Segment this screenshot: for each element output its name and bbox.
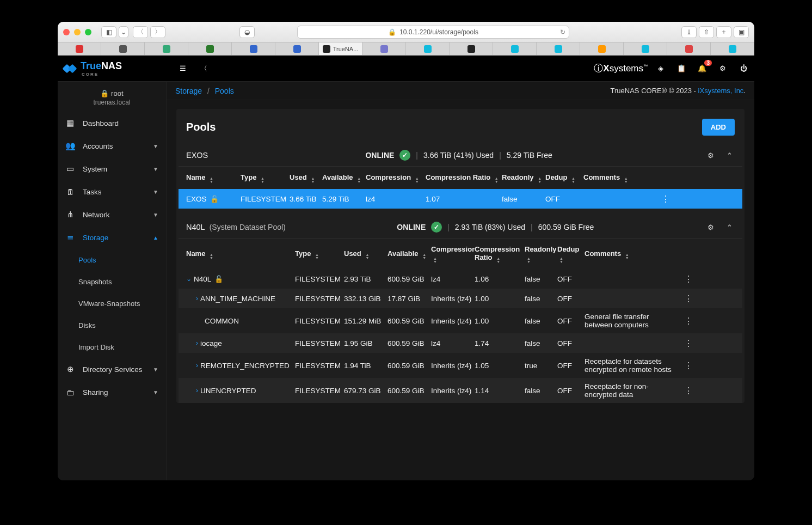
browser-tab[interactable]: [58, 42, 101, 55]
column-header[interactable]: Dedup ▲▼: [545, 173, 583, 184]
column-header[interactable]: Used ▲▼: [344, 249, 387, 260]
back-button[interactable]: 〈: [133, 26, 148, 38]
table-row[interactable]: ›UNENCRYPTEDFILESYSTEM679.73 GiB600.59 G…: [179, 378, 742, 403]
column-header[interactable]: Compression ▲▼: [366, 173, 426, 184]
browser-tab[interactable]: [580, 42, 624, 55]
column-header[interactable]: Comments ▲▼: [583, 173, 654, 184]
column-header[interactable]: Type ▲▼: [295, 249, 344, 260]
power-icon[interactable]: ⏻: [738, 63, 749, 74]
forward-button[interactable]: 〉: [150, 26, 165, 38]
breadcrumb-pools[interactable]: Pools: [215, 87, 234, 95]
chevron-right-icon[interactable]: ›: [196, 387, 198, 394]
column-header[interactable]: Comments ▲▼: [585, 249, 677, 260]
column-header[interactable]: Available ▲▼: [322, 173, 366, 184]
browser-tab[interactable]: TrueNA...: [319, 42, 362, 55]
sidebar-dropdown-icon[interactable]: ⌄: [119, 26, 128, 38]
browser-tab[interactable]: [406, 42, 450, 55]
sidebar-subitem-snapshots[interactable]: Snapshots: [58, 271, 166, 292]
table-row[interactable]: ›iocageFILESYSTEM1.95 GiB600.59 GiBlz41.…: [179, 333, 742, 353]
minimize-window-icon[interactable]: [74, 29, 81, 35]
kebab-icon[interactable]: ⋮: [677, 338, 693, 349]
kebab-icon[interactable]: ⋮: [677, 274, 693, 284]
sort-icon[interactable]: ▲▼: [261, 177, 264, 184]
app-logo[interactable]: TrueNAS CORE: [63, 60, 172, 77]
sidebar-item-dashboard[interactable]: ▦ Dashboard: [58, 112, 166, 135]
sort-icon[interactable]: ▲▼: [357, 177, 361, 184]
kebab-icon[interactable]: ⋮: [677, 386, 693, 396]
ixsystems-logo[interactable]: ⓘXsystems™: [594, 62, 648, 75]
column-header[interactable]: Available ▲▼: [387, 249, 431, 260]
column-header[interactable]: Dedup ▲▼: [557, 245, 585, 264]
close-window-icon[interactable]: [63, 29, 70, 35]
ixsystems-link[interactable]: iXsystems, Inc: [698, 87, 744, 95]
table-row[interactable]: EXOS🔓FILESYSTEM3.66 TiB5.29 TiBlz41.07fa…: [179, 189, 742, 209]
back-chevron-icon[interactable]: 〈: [198, 63, 209, 74]
pool-collapse-icon[interactable]: ⌃: [724, 222, 735, 233]
tab-overview-icon[interactable]: ▣: [734, 26, 749, 38]
sort-icon[interactable]: ▲▼: [559, 257, 563, 264]
breadcrumb-storage[interactable]: Storage: [175, 87, 202, 95]
column-header[interactable]: Compression Ratio ▲▼: [475, 245, 525, 264]
browser-tab[interactable]: [711, 42, 754, 55]
sidebar-item-accounts[interactable]: 👥 Accounts▼: [58, 135, 166, 157]
sort-icon[interactable]: ▲▼: [571, 177, 575, 184]
browser-tab[interactable]: [188, 42, 232, 55]
sidebar-item-directory-services[interactable]: ⊕ Directory Services▼: [58, 358, 166, 381]
sidebar-subitem-vmware-snapshots[interactable]: VMware-Snapshots: [58, 292, 166, 314]
table-row[interactable]: COMMONFILESYSTEM151.29 MiB600.59 GiBInhe…: [179, 308, 742, 333]
sidebar-item-system[interactable]: ▭ System▼: [58, 157, 166, 180]
sort-icon[interactable]: ▲▼: [527, 257, 531, 264]
alerts-icon[interactable]: 🔔 3: [697, 63, 708, 74]
browser-tab[interactable]: [362, 42, 406, 55]
sidebar-subitem-pools[interactable]: Pools: [58, 249, 166, 271]
menu-icon[interactable]: ☰: [177, 63, 188, 74]
sort-icon[interactable]: ▲▼: [210, 253, 213, 260]
kebab-icon[interactable]: ⋮: [677, 294, 693, 304]
sidebar-subitem-disks[interactable]: Disks: [58, 314, 166, 336]
pool-collapse-icon[interactable]: ⌃: [724, 150, 735, 161]
column-header[interactable]: Name ▲▼: [186, 173, 241, 184]
browser-tab[interactable]: [145, 42, 188, 55]
download-icon[interactable]: ⤓: [681, 26, 697, 38]
kebab-icon[interactable]: ⋮: [677, 361, 693, 371]
add-button[interactable]: ADD: [702, 119, 735, 136]
column-header[interactable]: Readonly ▲▼: [525, 245, 557, 264]
sidebar-subitem-import-disk[interactable]: Import Disk: [58, 336, 166, 358]
sort-icon[interactable]: ▲▼: [415, 177, 419, 184]
sort-icon[interactable]: ▲▼: [315, 253, 319, 260]
table-row[interactable]: ›REMOTELY_ENCRYPTEDFILESYSTEM1.94 TiB600…: [179, 353, 742, 378]
chevron-right-icon[interactable]: ›: [196, 339, 198, 347]
sort-icon[interactable]: ▲▼: [210, 177, 213, 184]
chevron-right-icon[interactable]: ›: [196, 295, 198, 302]
sidebar-toggle-icon[interactable]: ◧: [101, 26, 116, 38]
table-row[interactable]: ›ANN_TIME_MACHINEFILESYSTEM332.13 GiB17.…: [179, 289, 742, 308]
sort-icon[interactable]: ▲▼: [495, 177, 499, 184]
column-header[interactable]: Type ▲▼: [241, 173, 290, 184]
maximize-window-icon[interactable]: [85, 29, 91, 35]
kebab-icon[interactable]: ⋮: [654, 194, 670, 204]
address-bar[interactable]: 🔒 10.0.1.220/ui/storage/pools ↻: [297, 26, 569, 39]
shield-icon[interactable]: ◒: [239, 26, 255, 38]
sort-icon[interactable]: ▲▼: [433, 257, 437, 264]
pool-gear-icon[interactable]: ⚙: [705, 150, 716, 161]
column-header[interactable]: Readonly ▲▼: [502, 173, 545, 184]
chevron-down-icon[interactable]: ⌄: [186, 275, 192, 283]
pool-gear-icon[interactable]: ⚙: [705, 222, 716, 233]
new-tab-icon[interactable]: ＋: [716, 26, 731, 38]
browser-tab[interactable]: [493, 42, 537, 55]
settings-icon[interactable]: ⚙: [717, 63, 728, 74]
sidebar-item-sharing[interactable]: 🗀 Sharing▼: [58, 381, 166, 404]
sort-icon[interactable]: ▲▼: [538, 177, 542, 184]
browser-tab[interactable]: [232, 42, 275, 55]
column-header[interactable]: Name ▲▼: [186, 249, 295, 260]
reload-icon[interactable]: ↻: [560, 28, 565, 36]
browser-tab[interactable]: [667, 42, 711, 55]
sort-icon[interactable]: ▲▼: [365, 253, 369, 260]
chevron-right-icon[interactable]: ›: [196, 362, 198, 369]
sidebar-item-network[interactable]: ⋔ Network▼: [58, 203, 166, 226]
sidebar-item-tasks[interactable]: 🗓 Tasks▼: [58, 180, 166, 203]
share-icon[interactable]: ⇧: [699, 26, 714, 38]
browser-tab[interactable]: [624, 42, 667, 55]
table-row[interactable]: ⌄N40L🔓FILESYSTEM2.93 TiB600.59 GiBlz41.0…: [179, 269, 742, 289]
browser-tab[interactable]: [275, 42, 319, 55]
